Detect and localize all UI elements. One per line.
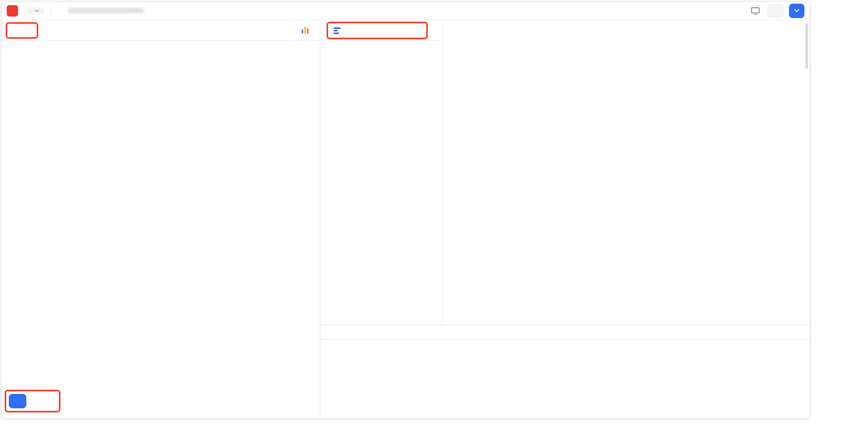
preview-icon[interactable] <box>749 4 762 18</box>
save-dropdown-button[interactable] <box>789 4 804 18</box>
editor-panel <box>2 20 320 419</box>
chevron-down-icon <box>794 9 799 12</box>
chart-builder-area <box>320 20 810 325</box>
bar-chart <box>442 22 810 307</box>
run-button[interactable] <box>9 394 26 408</box>
config-sections <box>320 41 442 325</box>
sql-code-editor[interactable] <box>2 41 320 419</box>
topbar-left <box>7 5 168 17</box>
save-button[interactable] <box>767 4 784 18</box>
parameters-count-badge <box>26 30 32 31</box>
breadcrumb-user-redacted <box>68 8 144 13</box>
datalens-logo[interactable] <box>7 5 18 17</box>
chart-area <box>442 20 810 325</box>
table-header-row <box>320 325 810 340</box>
preview-table <box>320 325 810 419</box>
editor-tabs-row <box>2 20 320 41</box>
main-area <box>2 20 810 419</box>
topbar <box>2 2 810 20</box>
right-side <box>320 20 810 419</box>
bar-chart-icon <box>333 26 342 35</box>
app-window <box>1 1 810 419</box>
topbar-right <box>749 4 804 18</box>
tab-parameters[interactable] <box>22 30 32 31</box>
chevron-down-icon <box>35 9 39 12</box>
chart-config-panel <box>320 20 442 325</box>
scrollbar-thumb[interactable] <box>805 23 808 69</box>
topbar-divider <box>51 7 51 15</box>
connection-selector[interactable] <box>301 26 313 34</box>
chart-type-selector[interactable] <box>320 20 442 41</box>
folder-selector[interactable] <box>26 7 44 14</box>
connection-icon <box>301 26 309 34</box>
